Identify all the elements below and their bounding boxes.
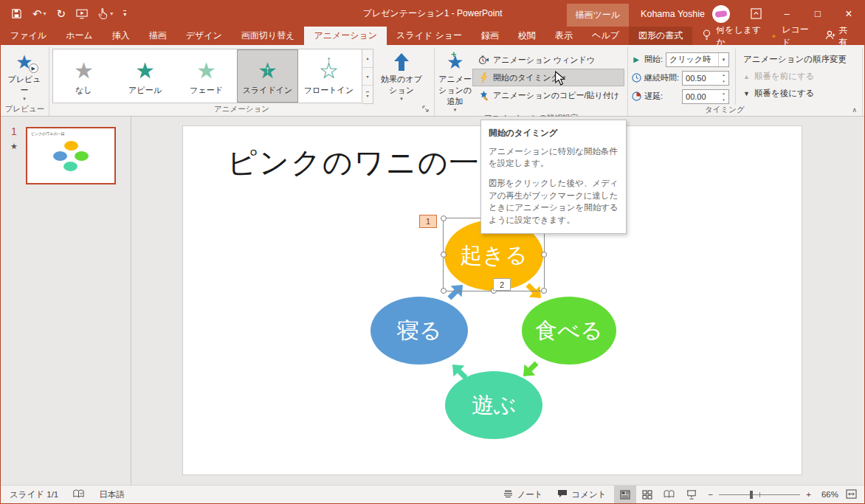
zoom-in-icon[interactable]: + [806,490,811,499]
user-name[interactable]: Kohama Yoshie [641,9,705,19]
slide-title[interactable]: ピンクのワニの一日 [227,142,511,183]
tab-record[interactable]: 録画 [472,27,509,45]
tab-view[interactable]: 表示 [545,27,582,45]
animation-fade[interactable]: ★ フェード [176,49,237,103]
effect-options-arrow-icon [392,52,411,72]
duration-spinner[interactable]: 00.50 ▴▾ [682,71,729,86]
tab-animations[interactable]: アニメーション [304,27,387,45]
normal-view-button[interactable] [614,486,636,503]
trigger-button[interactable]: 開始のタイミング ▾ [472,69,624,86]
start-slideshow-icon[interactable] [76,9,88,19]
thumbnail-pane: 1 ★ ピンクのワニの一日 [1,117,131,485]
add-animation-button[interactable]: ★ + アニメーションの追加 ▾ [438,49,472,113]
shape-play[interactable]: 遊ぶ [445,371,542,439]
tooltip-body-2: 図形をクリックした後や、メディアの再生がブックマークに達したときにアニメーション… [489,177,618,227]
animation-badge-2[interactable]: 2 [493,278,511,291]
animation-painter-button[interactable]: アニメーションのコピー/貼り付け [472,86,624,104]
comments-button[interactable]: コメント [550,486,613,503]
animation-pane-icon [478,54,489,66]
redo-button[interactable]: ↻ [57,7,66,21]
selection-handle[interactable] [541,252,547,258]
avatar-image [715,10,728,17]
fit-to-window-icon[interactable] [843,489,864,500]
language-indicator[interactable]: 日本語 [99,489,125,500]
ribbon: ★ ▶ プレビュー ▾ プレビュー ★ なし [1,45,864,117]
avatar[interactable] [712,5,730,23]
animation-gallery: ★ なし ★ アピール ★ フェード ★↑ スラ [52,49,362,103]
close-button[interactable]: × [833,1,864,27]
maximize-button[interactable]: □ [802,1,833,27]
tab-insert[interactable]: 挿入 [103,27,139,45]
gallery-more-icon[interactable]: ▾ [362,86,373,103]
reading-view-button[interactable] [658,486,680,503]
tab-review[interactable]: 校閲 [509,27,545,45]
animation-badge-1[interactable]: 1 [419,215,437,228]
shape-sleep[interactable]: 寝る [371,297,468,365]
animation-none[interactable]: ★ なし [53,49,114,103]
save-icon[interactable] [11,8,22,19]
tab-home[interactable]: ホーム [56,27,103,45]
tab-file[interactable]: ファイル [1,27,56,45]
lightbulb-icon [703,30,711,43]
thumbnail-shape [63,162,77,171]
start-icon: ▶ [631,55,641,63]
tab-draw[interactable]: 描画 [139,27,176,45]
status-bar: スライド 1/1 日本語 ノート コメント [1,485,864,503]
tab-help[interactable]: ヘルプ [582,27,629,45]
ribbon-display-options-icon[interactable] [740,1,771,27]
float-in-star-icon: ☆↑ [319,57,339,85]
start-combobox[interactable]: クリック時 ▾ [666,52,729,67]
main-area: 1 ★ ピンクのワニの一日 ピンクのワニの一日 [1,117,864,485]
start-label: 開始: [644,54,663,65]
preview-button[interactable]: ★ ▶ プレビュー ▾ [4,49,45,104]
notes-icon [503,490,513,500]
tab-design[interactable]: デザイン [176,27,232,45]
minimize-button[interactable]: – [771,1,802,27]
gallery-scroll-up-icon[interactable]: ▴ [362,49,373,68]
zoom-control: − + [703,490,817,499]
effect-options-button[interactable]: 効果のオプション ▾ [378,49,425,104]
duration-label: 継続時間: [644,72,679,83]
touch-mouse-mode-icon[interactable]: ▾ [98,8,113,19]
slideshow-view-button[interactable] [680,486,703,503]
record-dot-icon: ● [772,32,776,40]
selection-handle[interactable] [541,288,547,294]
zoom-out-icon[interactable]: − [709,490,714,499]
collapse-ribbon-icon[interactable]: ∧ [852,106,857,114]
delay-spinner[interactable]: 00.00 ▴▾ [682,89,729,104]
duration-icon [631,73,641,83]
selection-handle[interactable] [441,288,447,294]
animation-pane-button[interactable]: アニメーション ウィンドウ [472,51,624,69]
combo-dropdown-icon[interactable]: ▾ [718,53,728,66]
spell-check-icon[interactable] [73,489,84,500]
fade-star-icon: ★ [196,57,216,85]
move-earlier-icon: ▲ [743,73,750,80]
move-earlier-button[interactable]: ▲ 順番を前にする [743,68,847,85]
selection-handle[interactable] [441,215,447,221]
shape-eat[interactable]: 食べる [522,297,616,365]
undo-button[interactable]: ↶▾ [32,7,46,21]
gallery-scroll-down-icon[interactable]: ▾ [362,68,373,86]
zoom-slider-handle[interactable] [750,491,753,499]
quick-access-toolbar: ↶▾ ↻ ▾ ▾ [1,7,126,21]
notes-button[interactable]: ノート [496,486,550,503]
selection-handle[interactable] [441,252,447,258]
animation-appear[interactable]: ★ アピール [114,49,176,103]
tab-slideshow[interactable]: スライド ショー [387,27,472,45]
animation-float-in[interactable]: ☆↑ フロートイン [298,49,359,103]
mouse-cursor [554,71,566,89]
customize-qat-icon[interactable]: ▾ [123,10,126,18]
tooltip-title: 開始のタイミング [489,127,618,139]
move-later-button[interactable]: ▼ 順番を後にする [743,85,847,102]
zoom-slider[interactable] [719,494,800,495]
zoom-level[interactable]: 66% [817,490,843,499]
tell-me-box[interactable]: 何をしますか [692,27,772,45]
thumbnail-shape [53,151,67,161]
animation-slide-in[interactable]: ★↑ スライドイン [237,49,298,103]
tab-transitions[interactable]: 画面切り替え [232,27,305,45]
slide-sorter-view-button[interactable] [636,486,658,503]
dialog-launcher-icon[interactable] [422,106,430,114]
tab-shape-format[interactable]: 図形の書式 [629,27,692,45]
reorder-section: アニメーションの順序変更 ▲ 順番を前にする ▼ 順番を後にする [735,49,847,105]
slide-thumbnail[interactable]: ピンクのワニの一日 [26,127,116,184]
